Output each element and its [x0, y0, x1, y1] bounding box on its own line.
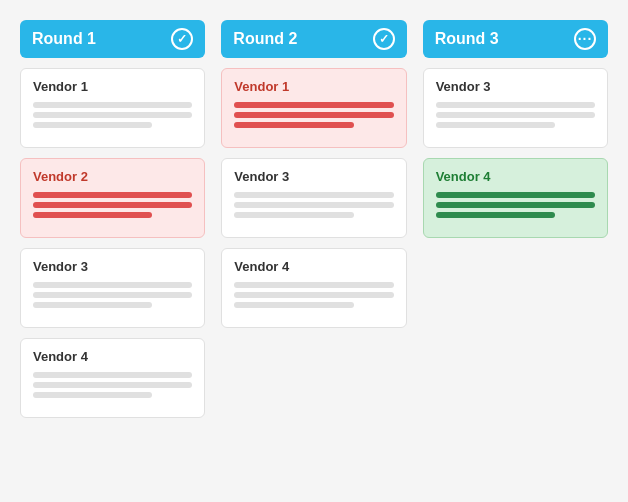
vendor-cards-round3: Vendor 3Vendor 4	[423, 68, 608, 238]
vendor-name-round3-0: Vendor 3	[436, 79, 595, 94]
vendor-cards-round1: Vendor 1Vendor 2Vendor 3Vendor 4	[20, 68, 205, 418]
line-bar-2	[234, 212, 353, 218]
line-bar-1	[33, 382, 192, 388]
vendor-card-round3-1[interactable]: Vendor 4	[423, 158, 608, 238]
round-label-round2: Round 2	[233, 30, 297, 48]
round-header-round2[interactable]: Round 2✓	[221, 20, 406, 58]
checkmark-icon: ✓	[373, 28, 395, 50]
vendor-lines-round1-2	[33, 282, 192, 308]
line-bar-0	[436, 192, 595, 198]
line-bar-0	[33, 372, 192, 378]
line-bar-1	[436, 202, 595, 208]
line-bar-0	[33, 192, 192, 198]
line-bar-1	[33, 112, 192, 118]
vendor-name-round1-2: Vendor 3	[33, 259, 192, 274]
line-bar-2	[33, 212, 152, 218]
column-round1: Round 1✓Vendor 1Vendor 2Vendor 3Vendor 4	[20, 20, 205, 418]
checkmark-icon: ✓	[171, 28, 193, 50]
vendor-card-round1-0[interactable]: Vendor 1	[20, 68, 205, 148]
vendor-name-round2-0: Vendor 1	[234, 79, 393, 94]
line-bar-0	[234, 192, 393, 198]
round-label-round1: Round 1	[32, 30, 96, 48]
vendor-card-round1-2[interactable]: Vendor 3	[20, 248, 205, 328]
line-bar-2	[234, 302, 353, 308]
vendor-card-round3-0[interactable]: Vendor 3	[423, 68, 608, 148]
line-bar-2	[33, 392, 152, 398]
dots-icon: ···	[574, 28, 596, 50]
vendor-card-round2-2[interactable]: Vendor 4	[221, 248, 406, 328]
column-round3: Round 3···Vendor 3Vendor 4	[423, 20, 608, 238]
round-header-round1[interactable]: Round 1✓	[20, 20, 205, 58]
line-bar-0	[234, 102, 393, 108]
line-bar-2	[436, 122, 555, 128]
vendor-lines-round3-1	[436, 192, 595, 218]
vendor-cards-round2: Vendor 1Vendor 3Vendor 4	[221, 68, 406, 328]
vendor-lines-round1-0	[33, 102, 192, 128]
line-bar-2	[234, 122, 353, 128]
vendor-card-round2-0[interactable]: Vendor 1	[221, 68, 406, 148]
line-bar-2	[436, 212, 555, 218]
vendor-name-round1-1: Vendor 2	[33, 169, 192, 184]
line-bar-1	[33, 202, 192, 208]
vendor-lines-round2-2	[234, 282, 393, 308]
line-bar-0	[234, 282, 393, 288]
vendor-card-round2-1[interactable]: Vendor 3	[221, 158, 406, 238]
vendor-name-round2-2: Vendor 4	[234, 259, 393, 274]
round-label-round3: Round 3	[435, 30, 499, 48]
line-bar-2	[33, 302, 152, 308]
vendor-name-round3-1: Vendor 4	[436, 169, 595, 184]
vendor-lines-round3-0	[436, 102, 595, 128]
line-bar-0	[436, 102, 595, 108]
vendor-lines-round1-1	[33, 192, 192, 218]
round-header-round3[interactable]: Round 3···	[423, 20, 608, 58]
vendor-name-round1-0: Vendor 1	[33, 79, 192, 94]
vendor-card-round1-1[interactable]: Vendor 2	[20, 158, 205, 238]
rounds-container: Round 1✓Vendor 1Vendor 2Vendor 3Vendor 4…	[20, 20, 608, 418]
vendor-lines-round2-0	[234, 102, 393, 128]
vendor-card-round1-3[interactable]: Vendor 4	[20, 338, 205, 418]
line-bar-0	[33, 282, 192, 288]
line-bar-0	[33, 102, 192, 108]
column-round2: Round 2✓Vendor 1Vendor 3Vendor 4	[221, 20, 406, 328]
line-bar-1	[234, 202, 393, 208]
line-bar-2	[33, 122, 152, 128]
line-bar-1	[234, 112, 393, 118]
vendor-name-round2-1: Vendor 3	[234, 169, 393, 184]
line-bar-1	[33, 292, 192, 298]
vendor-lines-round1-3	[33, 372, 192, 398]
vendor-name-round1-3: Vendor 4	[33, 349, 192, 364]
line-bar-1	[234, 292, 393, 298]
line-bar-1	[436, 112, 595, 118]
vendor-lines-round2-1	[234, 192, 393, 218]
